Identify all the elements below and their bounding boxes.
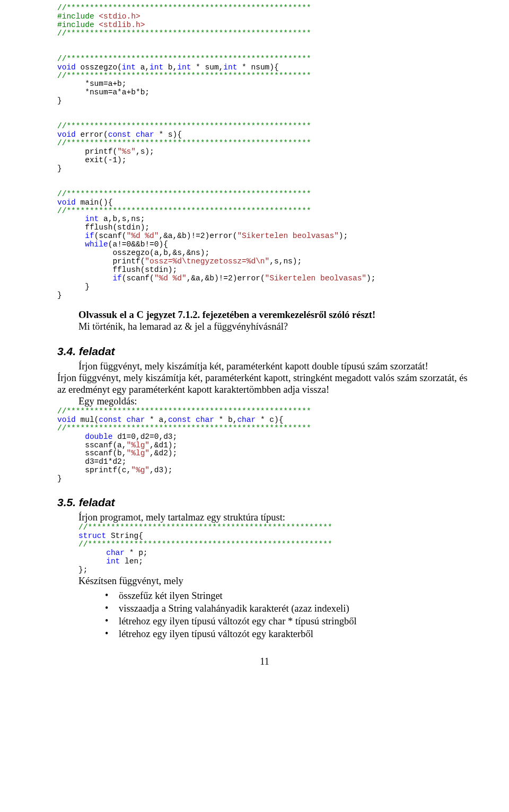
code-line: fflush(stdin); xyxy=(57,266,177,274)
code-line: } xyxy=(57,164,62,173)
code-line: int xyxy=(85,215,99,223)
code-line: "%d %d" xyxy=(154,274,187,283)
list-item: összefűz két ilyen Stringet xyxy=(105,589,472,602)
document-page: //**************************************… xyxy=(0,0,509,689)
code-line: //**************************************… xyxy=(57,207,311,215)
code-line: (scanf( xyxy=(122,274,154,283)
code-line: "Sikertelen beolvasas" xyxy=(265,274,366,283)
code-line: * b, xyxy=(214,416,238,424)
code-line: a,b,s,ns; xyxy=(99,215,145,223)
code-line: ,s,ns); xyxy=(269,257,302,266)
code-line: error( xyxy=(76,130,108,139)
code-line: mul( xyxy=(76,416,99,424)
code-line: * c){ xyxy=(256,416,283,424)
code-line: String{ xyxy=(106,532,143,540)
paragraph: Olvassuk el a C jegyzet 7.1.2. fejezetéb… xyxy=(57,310,472,321)
code-line: printf( xyxy=(57,147,117,156)
code-line: * p; xyxy=(125,549,148,557)
code-line: } xyxy=(57,96,62,105)
list-item: létrehoz egy ilyen típusú változót egy c… xyxy=(105,615,472,628)
code-block-2: //**************************************… xyxy=(57,408,472,483)
code-line: "%g" xyxy=(131,466,150,474)
code-line: "Sikertelen beolvasas" xyxy=(237,232,338,240)
code-line: <stdlib.h> xyxy=(99,21,145,29)
code-line: if xyxy=(112,274,121,283)
code-line xyxy=(122,416,127,424)
code-line: int xyxy=(122,63,136,72)
code-line: if xyxy=(85,232,94,240)
code-line xyxy=(57,232,85,240)
section-heading-3-5: 3.5. feladat xyxy=(57,496,472,509)
code-line: fflush(stdin); xyxy=(57,223,150,232)
code-line: char xyxy=(106,549,125,557)
code-line: sscanf(a, xyxy=(57,441,127,449)
code-line: d1=0,d2=0,d3; xyxy=(112,433,177,441)
code-line: const xyxy=(168,416,191,424)
code-line: "%d %d" xyxy=(127,232,159,240)
code-line: ,d3); xyxy=(150,466,173,474)
code-line xyxy=(78,549,106,557)
code-line: //**************************************… xyxy=(57,407,311,416)
code-line: ,&a,&b)!=2)error( xyxy=(187,274,265,283)
code-line: a, xyxy=(136,63,150,72)
code-line: void xyxy=(57,63,76,72)
code-line: const xyxy=(99,416,122,424)
code-line: } xyxy=(57,291,62,299)
code-line: //**************************************… xyxy=(78,540,332,549)
code-line xyxy=(57,240,85,249)
code-line: ,s); xyxy=(136,147,154,156)
code-line: //**************************************… xyxy=(57,4,311,12)
code-line: ); xyxy=(339,232,348,240)
code-line: exit(-1); xyxy=(57,156,127,164)
code-line xyxy=(57,274,112,283)
code-line: }; xyxy=(78,566,87,574)
code-line: "%lg" xyxy=(127,449,150,457)
code-line: //**************************************… xyxy=(57,139,311,147)
code-line: * a, xyxy=(145,416,168,424)
code-line: int xyxy=(106,557,120,566)
code-line: * nsum){ xyxy=(237,63,278,72)
code-line: osszegzo(a,b,&s,&ns); xyxy=(57,249,209,257)
paragraph: Egy megoldás: xyxy=(57,396,472,408)
paragraph: Mi történik, ha lemarad az & jel a függv… xyxy=(57,321,472,333)
code-line: "%s" xyxy=(117,147,136,156)
code-line: int xyxy=(177,63,191,72)
code-line: //**************************************… xyxy=(57,122,311,130)
code-line: //**************************************… xyxy=(57,190,311,198)
paragraph: Írjon függvényt, mely kiszámítja két, pa… xyxy=(57,373,472,396)
code-line: *nsum=a*a+b*b; xyxy=(57,88,150,96)
code-line xyxy=(57,433,85,441)
code-line: "%lg" xyxy=(127,441,150,449)
list-item: létrehoz egy ilyen típusú változót egy k… xyxy=(105,628,472,640)
code-line: b, xyxy=(163,63,177,72)
code-block-1: //**************************************… xyxy=(57,4,472,300)
code-line: } xyxy=(57,283,90,291)
list-item: visszaadja a String valahányadik karakte… xyxy=(105,602,472,615)
code-line xyxy=(57,215,85,223)
code-line xyxy=(78,557,106,566)
code-line: while xyxy=(85,240,108,249)
code-line xyxy=(191,416,196,424)
code-line: "ossz=%d\tnegyzetossz=%d\n" xyxy=(145,257,269,266)
section-heading-3-4: 3.4. feladat xyxy=(57,345,472,358)
code-line: const xyxy=(108,130,131,139)
paragraph: Készítsen függvényt, mely xyxy=(57,576,472,587)
code-line: (scanf( xyxy=(94,232,127,240)
code-line: //**************************************… xyxy=(57,29,311,38)
code-line: sprintf(c, xyxy=(57,466,131,474)
paragraph: Írjon függvényt, mely kiszámítja két, pa… xyxy=(57,361,472,373)
code-line: ,&d2); xyxy=(150,449,177,457)
page-number: 11 xyxy=(57,656,472,667)
code-line: int xyxy=(150,63,163,72)
code-line: * sum, xyxy=(191,63,223,72)
code-line: } xyxy=(57,474,62,483)
text-span: Írjon függvényt, mely kiszámítja két, pa… xyxy=(57,373,468,395)
code-line: <stdio.h> xyxy=(99,12,140,21)
code-line: void xyxy=(57,198,76,207)
code-line: ,&d1); xyxy=(150,441,177,449)
code-line: * s){ xyxy=(154,130,182,139)
code-line: //**************************************… xyxy=(57,55,311,63)
code-line: d3=d1*d2; xyxy=(57,457,127,466)
code-line: char xyxy=(127,416,145,424)
code-line: (a!=0&&b!=0){ xyxy=(108,240,168,249)
